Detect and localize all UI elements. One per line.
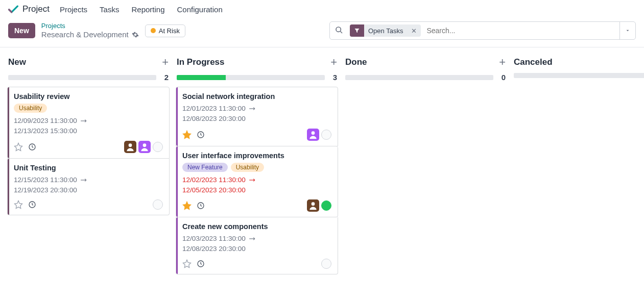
- nav-reporting[interactable]: Reporting: [131, 5, 164, 14]
- clock-icon[interactable]: [28, 200, 36, 209]
- breadcrumb: Projects Research & Development: [41, 22, 139, 39]
- search-bar: Open Tasks ✕: [329, 21, 636, 40]
- column-title[interactable]: Canceled: [514, 57, 553, 67]
- column-progress: [8, 75, 156, 80]
- task-title: Create new components: [182, 222, 331, 231]
- star-icon[interactable]: [182, 130, 192, 139]
- star-icon[interactable]: [14, 200, 23, 209]
- column-add-icon[interactable]: +: [162, 56, 169, 69]
- task-title: Unit Testing: [14, 164, 163, 172]
- assignee-placeholder[interactable]: [153, 142, 163, 152]
- date-start: 12/03/2023 11:30:00: [182, 234, 246, 244]
- column-title[interactable]: Done: [345, 57, 367, 67]
- arrow-right-icon: [249, 106, 256, 111]
- clock-icon[interactable]: [197, 202, 205, 210]
- progress-fill: [177, 75, 226, 80]
- nav-tasks[interactable]: Tasks: [100, 5, 119, 14]
- star-icon[interactable]: [14, 142, 23, 152]
- column-add-icon[interactable]: +: [499, 56, 506, 69]
- task-footer: [14, 199, 163, 210]
- task-footer: [182, 259, 331, 269]
- star-icon[interactable]: [182, 259, 192, 268]
- assignee-placeholder[interactable]: [153, 199, 163, 210]
- column-count: 2: [162, 73, 169, 82]
- card-stripe: [176, 146, 178, 217]
- task-card[interactable]: User interface improvements New FeatureU…: [176, 146, 338, 218]
- column-meta: 3: [176, 73, 338, 87]
- tag[interactable]: New Feature: [182, 163, 228, 172]
- date-start: 12/01/2023 11:30:00: [182, 104, 246, 114]
- kanban-column: In Progress + 3 Social network integrati…: [173, 56, 341, 274]
- filter-label[interactable]: Open Tasks: [364, 27, 407, 35]
- date-end: 12/13/2023 15:30:00: [14, 126, 77, 136]
- date-end: 12/08/2023 20:30:00: [182, 244, 246, 254]
- status-dot-icon: [151, 28, 156, 33]
- task-footer: [14, 141, 163, 153]
- column-header: New +: [7, 56, 170, 73]
- task-card[interactable]: Unit Testing 12/15/2023 11:30:00 12/19/2…: [7, 159, 170, 216]
- app-logo[interactable]: Project: [8, 4, 50, 14]
- tag[interactable]: Usability: [231, 163, 264, 172]
- avatar[interactable]: [307, 199, 319, 212]
- task-tags: New FeatureUsability: [182, 163, 331, 172]
- svg-point-4: [129, 143, 132, 147]
- search-input[interactable]: [422, 27, 619, 35]
- column-header: In Progress +: [176, 56, 338, 73]
- assignee-placeholder[interactable]: [321, 130, 331, 140]
- assignee-placeholder[interactable]: [321, 259, 331, 269]
- assignee-avatar[interactable]: [321, 200, 331, 211]
- task-dates: 12/09/2023 11:30:00 12/13/2023 15:30:00: [14, 116, 163, 137]
- column-title[interactable]: New: [8, 57, 26, 67]
- filter-icon[interactable]: [350, 24, 364, 37]
- filter-remove-icon[interactable]: ✕: [407, 27, 421, 35]
- column-cards: Usability review Usability 12/09/2023 11…: [7, 87, 170, 215]
- top-nav-menu: Projects Tasks Reporting Configuration: [60, 5, 223, 14]
- star-icon[interactable]: [182, 201, 192, 210]
- arrow-right-icon: [249, 178, 256, 183]
- breadcrumb-current: Research & Development: [41, 30, 139, 39]
- gear-icon[interactable]: [132, 31, 139, 38]
- card-stripe: [8, 159, 9, 215]
- app-name: Project: [22, 4, 50, 14]
- active-filter-chip: Open Tasks ✕: [350, 24, 421, 37]
- project-logo-icon: [8, 4, 18, 14]
- breadcrumb-parent[interactable]: Projects: [41, 22, 139, 30]
- column-count: 0: [499, 73, 506, 82]
- search-options-dropdown[interactable]: [619, 22, 635, 39]
- search-icon[interactable]: [330, 26, 348, 36]
- kanban-board: New + 2 Usability review Usability 12/09…: [0, 47, 644, 283]
- task-dates: 12/01/2023 11:30:00 12/08/2023 20:30:00: [182, 104, 331, 124]
- column-add-icon[interactable]: +: [330, 56, 337, 69]
- new-button[interactable]: New: [8, 23, 35, 38]
- date-end: 12/19/2023 20:30:00: [14, 185, 77, 195]
- column-meta: 0: [344, 73, 507, 87]
- nav-configuration[interactable]: Configuration: [177, 5, 223, 14]
- tag[interactable]: Usability: [14, 104, 47, 113]
- clock-icon[interactable]: [197, 260, 205, 268]
- arrow-right-icon: [80, 178, 87, 183]
- task-card[interactable]: Social network integration 12/01/2023 11…: [176, 87, 338, 146]
- date-start: 12/15/2023 11:30:00: [14, 175, 77, 185]
- nav-projects[interactable]: Projects: [60, 5, 87, 14]
- project-status-pill[interactable]: At Risk: [145, 24, 185, 37]
- column-cards: Social network integration 12/01/2023 11…: [176, 87, 338, 274]
- column-title[interactable]: In Progress: [177, 57, 225, 67]
- kanban-column: Done + 0: [341, 56, 510, 87]
- column-progress: [345, 75, 493, 80]
- column-count: 3: [331, 73, 337, 82]
- kanban-column: Canceled +: [510, 56, 644, 83]
- clock-icon[interactable]: [197, 131, 205, 139]
- column-progress: [514, 73, 644, 78]
- task-dates: 12/15/2023 11:30:00 12/19/2023 20:30:00: [14, 175, 163, 196]
- avatar[interactable]: [124, 141, 136, 153]
- card-stripe: [176, 217, 178, 274]
- task-tags: Usability: [14, 104, 163, 113]
- date-start: 12/02/2023 11:30:00: [182, 175, 246, 185]
- clock-icon[interactable]: [28, 143, 36, 151]
- column-meta: [513, 73, 644, 83]
- task-card[interactable]: Usability review Usability 12/09/2023 11…: [7, 87, 170, 159]
- card-stripe: [176, 87, 178, 146]
- avatar[interactable]: [138, 141, 151, 153]
- task-card[interactable]: Create new components 12/03/2023 11:30:0…: [176, 217, 338, 274]
- avatar[interactable]: [307, 129, 319, 141]
